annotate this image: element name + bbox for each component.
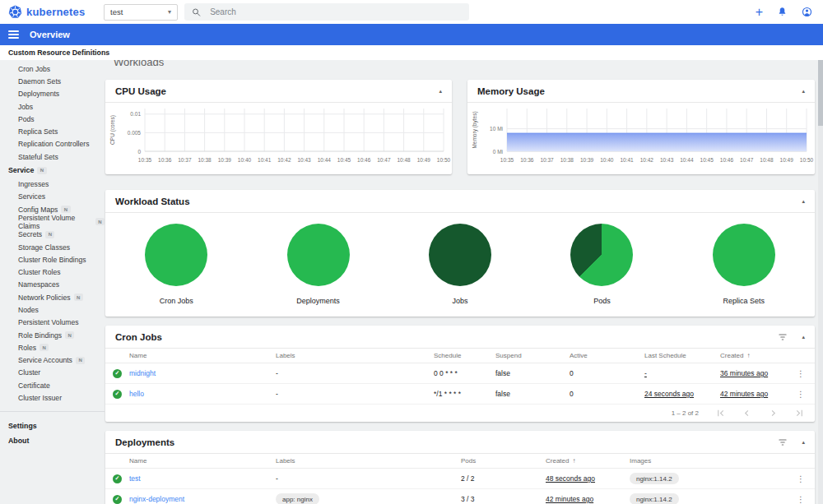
svg-text:10:41: 10:41 xyxy=(258,157,272,163)
sidebar-item-persistent-volumes[interactable]: Persistent Volumes xyxy=(0,317,105,329)
column-header[interactable]: Labels xyxy=(276,352,434,359)
usage-charts-row: CPU Usage ▴ 00.0050.0110:3510:3610:3710:… xyxy=(105,80,815,174)
search-bar[interactable] xyxy=(184,3,469,21)
namespace-select[interactable]: test ▾ xyxy=(104,4,178,21)
table-pagination: 1 – 2 of 2 xyxy=(105,405,815,422)
sidebar-item-deployments[interactable]: Deployments xyxy=(0,88,105,100)
notifications-button[interactable] xyxy=(777,7,788,17)
created-cell: 48 seconds ago xyxy=(546,474,630,483)
filter-button[interactable] xyxy=(778,437,788,447)
sidebar-item-nodes[interactable]: Nodes xyxy=(0,303,105,316)
collapse-button[interactable]: ▴ xyxy=(439,88,442,95)
sidebar-item-services[interactable]: Services xyxy=(0,191,105,203)
svg-text:10:42: 10:42 xyxy=(640,157,654,163)
table-row[interactable]: ✓ hello - */1 * * * * false 0 24 seconds… xyxy=(105,384,815,405)
sidebar-item-service-accounts[interactable]: Service AccountsN xyxy=(0,354,105,367)
sidebar-item-cluster-issuer[interactable]: Cluster Issuer xyxy=(0,391,105,404)
table-row[interactable]: ✓ nginx-deployment app: nginx 3 / 3 42 m… xyxy=(105,489,815,504)
svg-text:10:49: 10:49 xyxy=(780,157,794,163)
sidebar-item-pods[interactable]: Pods xyxy=(0,113,105,125)
column-header[interactable]: Images xyxy=(630,457,787,465)
row-menu-button[interactable]: ⋮ xyxy=(797,369,805,378)
sidebar-item-settings[interactable]: Settings xyxy=(0,418,105,433)
sidebar-item-stateful-sets[interactable]: Stateful Sets xyxy=(0,150,105,163)
column-header-created[interactable]: Created ↑ xyxy=(720,352,787,359)
sidebar-item-daemon-sets[interactable]: Daemon Sets xyxy=(0,75,105,87)
sidebar-item-replication-controllers[interactable]: Replication Controllers xyxy=(0,138,105,150)
chevron-left-icon xyxy=(742,409,751,418)
created-cell: 42 minutes ago xyxy=(720,390,787,398)
chevron-down-icon: ▾ xyxy=(168,8,171,16)
sidebar-item-cluster-roles[interactable]: Cluster Roles xyxy=(0,266,105,278)
first-page-button[interactable] xyxy=(716,409,725,418)
filter-button[interactable] xyxy=(778,332,788,342)
column-header-created[interactable]: Created ↑ xyxy=(546,457,630,465)
workload-pie-jobs: Jobs xyxy=(389,224,531,305)
card-title: Memory Usage xyxy=(477,86,545,96)
labels-cell: - xyxy=(276,369,434,377)
status-ok-icon: ✓ xyxy=(113,369,122,378)
svg-text:10:38: 10:38 xyxy=(198,157,212,163)
last-page-button[interactable] xyxy=(795,409,804,418)
row-menu-button[interactable]: ⋮ xyxy=(797,390,805,399)
deployment-name-link[interactable]: test xyxy=(129,474,141,483)
active-cell: 0 xyxy=(570,369,644,377)
column-header[interactable]: Labels xyxy=(276,457,461,465)
sidebar-item-persistent-volume-claims[interactable]: Persistent Volume ClaimsN xyxy=(0,215,105,228)
table-row[interactable]: ✓ test - 2 / 2 48 seconds ago nginx:1.14… xyxy=(105,469,815,489)
collapse-button[interactable]: ▴ xyxy=(802,198,805,205)
sidebar-item-certificate[interactable]: Certificate xyxy=(0,379,105,391)
table-row[interactable]: ✓ midnight - 0 0 * * * false 0 - 36 minu… xyxy=(105,363,815,384)
column-header[interactable]: Suspend xyxy=(495,352,570,359)
sort-ascending-icon: ↑ xyxy=(572,457,575,465)
column-header[interactable]: Active xyxy=(570,352,644,359)
sidebar-item-replica-sets[interactable]: Replica Sets xyxy=(0,125,105,137)
sidebar-item-ingresses[interactable]: Ingresses xyxy=(0,178,105,190)
collapse-button[interactable]: ▴ xyxy=(802,334,805,340)
sidebar-item-about[interactable]: About xyxy=(0,433,105,448)
cpu-usage-card: CPU Usage ▴ 00.0050.0110:3510:3610:3710:… xyxy=(105,80,452,174)
column-header[interactable]: Schedule xyxy=(434,352,495,359)
suspend-cell: false xyxy=(495,369,570,377)
svg-text:10 Mi: 10 Mi xyxy=(490,126,503,132)
deployment-name-link[interactable]: nginx-deployment xyxy=(129,495,184,503)
sidebar-item-jobs[interactable]: Jobs xyxy=(0,100,105,113)
row-menu-button[interactable]: ⋮ xyxy=(797,474,805,483)
svg-text:10:44: 10:44 xyxy=(680,157,694,163)
column-header[interactable]: Name xyxy=(129,457,276,465)
kubernetes-logo[interactable]: kubernetes xyxy=(0,5,99,19)
search-input[interactable] xyxy=(208,7,462,17)
svg-text:10:50: 10:50 xyxy=(800,157,814,163)
column-header[interactable]: Last Schedule xyxy=(644,352,720,359)
cronjob-name-link[interactable]: midnight xyxy=(129,369,156,377)
sidebar-item-network-policies[interactable]: Network PoliciesN xyxy=(0,291,105,303)
pie-chart xyxy=(713,224,775,286)
previous-page-button[interactable] xyxy=(742,409,751,418)
sidebar-item-roles[interactable]: RolesN xyxy=(0,341,105,354)
svg-text:0 Mi: 0 Mi xyxy=(493,149,503,155)
collapse-button[interactable]: ▴ xyxy=(802,439,805,446)
sidebar-item-namespaces[interactable]: Namespaces xyxy=(0,279,105,291)
next-page-button[interactable] xyxy=(769,409,778,418)
column-header[interactable]: Pods xyxy=(461,457,546,465)
namespaced-badge: N xyxy=(37,167,46,174)
status-ok-icon: ✓ xyxy=(113,474,122,483)
status-ok-icon: ✓ xyxy=(113,495,122,504)
cronjob-name-link[interactable]: hello xyxy=(129,390,144,398)
collapse-button[interactable]: ▴ xyxy=(802,88,805,95)
svg-text:10:50: 10:50 xyxy=(437,157,451,163)
add-resource-button[interactable]: + xyxy=(756,6,763,19)
row-menu-button[interactable]: ⋮ xyxy=(797,495,805,504)
sidebar-item-cron-jobs[interactable]: Cron Jobs xyxy=(0,62,105,75)
sidebar-item-role-bindings[interactable]: Role BindingsN xyxy=(0,329,105,341)
status-ok-icon: ✓ xyxy=(113,390,122,399)
account-button[interactable] xyxy=(802,7,812,17)
sidebar-item-storage-classes[interactable]: Storage Classes xyxy=(0,241,105,253)
sidebar-item-cluster[interactable]: Cluster xyxy=(0,367,105,379)
last-schedule-cell: - xyxy=(644,369,720,377)
menu-hamburger-icon[interactable] xyxy=(8,30,19,39)
column-header[interactable]: Name xyxy=(129,352,276,359)
label-chip: app: nginx xyxy=(276,493,319,504)
sidebar-item-cluster-role-bindings[interactable]: Cluster Role Bindings xyxy=(0,253,105,266)
sidebar-item-service[interactable]: ServiceN xyxy=(0,163,105,178)
